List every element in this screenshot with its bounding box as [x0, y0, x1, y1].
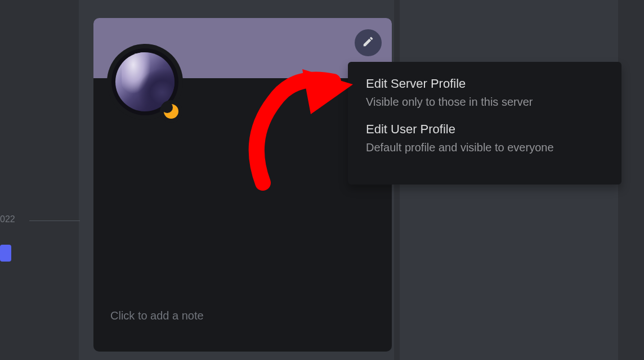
- idle-status-icon: [164, 104, 178, 119]
- date-separator-line: [29, 220, 80, 221]
- sidebar-badge: [0, 245, 11, 262]
- menu-item-title: Edit User Profile: [366, 122, 603, 137]
- user-profile-card: Click to add a note: [93, 18, 392, 352]
- menu-item-edit-user-profile[interactable]: Edit User Profile Default profile and vi…: [348, 118, 621, 163]
- edit-profile-menu: Edit Server Profile Visible only to thos…: [348, 62, 621, 184]
- menu-item-desc: Visible only to those in this server: [366, 96, 603, 109]
- menu-item-desc: Default profile and visible to everyone: [366, 141, 603, 154]
- menu-item-title: Edit Server Profile: [366, 76, 603, 91]
- note-input[interactable]: Click to add a note: [110, 309, 204, 322]
- channel-list-track: [618, 0, 644, 360]
- date-separator-text: 022: [0, 214, 15, 224]
- pencil-icon: [362, 35, 374, 50]
- menu-item-edit-server-profile[interactable]: Edit Server Profile Visible only to thos…: [348, 72, 621, 118]
- status-indicator-container: [160, 100, 182, 123]
- edit-profile-button[interactable]: [355, 29, 382, 56]
- sidebar-background: [0, 0, 79, 360]
